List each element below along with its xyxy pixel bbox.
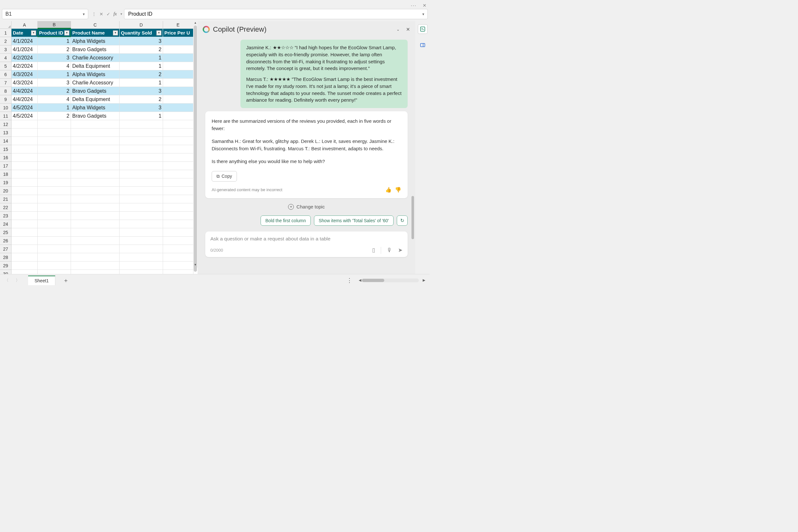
chevron-down-icon[interactable]: ⌄: [396, 27, 400, 32]
cell-product-name[interactable]: Alpha Widgets: [71, 37, 119, 45]
table-row[interactable]: [12, 129, 197, 137]
cell-qty[interactable]: 1: [119, 112, 163, 120]
cell-price[interactable]: [163, 87, 193, 95]
chevron-down-icon[interactable]: ▼: [82, 13, 86, 16]
cell[interactable]: [71, 245, 119, 253]
cell-qty[interactable]: 2: [119, 70, 163, 79]
cell-date[interactable]: 4/2/2024: [12, 62, 38, 70]
table-row[interactable]: 4/4/20244Delta Equipment2: [12, 95, 197, 103]
cell[interactable]: [163, 162, 193, 170]
cell[interactable]: [12, 228, 38, 236]
row-header[interactable]: 2: [0, 37, 12, 45]
cell[interactable]: [71, 220, 119, 228]
cell[interactable]: [163, 203, 193, 212]
table-row[interactable]: 4/3/20243Charlie Accessory1: [12, 79, 197, 87]
grid[interactable]: Date▾ Product ID▾ Product Name▾ Quantity…: [12, 29, 197, 274]
filter-icon[interactable]: ▾: [31, 31, 36, 36]
cell-product-name[interactable]: Charlie Accessory: [71, 54, 119, 62]
header-date[interactable]: Date▾: [12, 29, 38, 37]
row-header[interactable]: 8: [0, 87, 12, 95]
refresh-suggestions-button[interactable]: ↻: [397, 215, 407, 226]
cell[interactable]: [12, 262, 38, 270]
col-header-a[interactable]: A: [12, 21, 38, 28]
row-header[interactable]: 20: [0, 187, 12, 195]
cell[interactable]: [38, 120, 71, 129]
cell[interactable]: [38, 178, 71, 187]
cell[interactable]: [71, 129, 119, 137]
book-icon[interactable]: ▯: [372, 247, 375, 253]
cell[interactable]: [38, 129, 71, 137]
cell[interactable]: [12, 245, 38, 253]
cell[interactable]: [12, 203, 38, 212]
table-row[interactable]: [12, 262, 197, 270]
table-row[interactable]: 4/2/20244Delta Equipment1: [12, 62, 197, 70]
header-price[interactable]: Price Per U: [163, 29, 193, 37]
cell-date[interactable]: 4/3/2024: [12, 79, 38, 87]
scroll-thumb[interactable]: [194, 25, 197, 272]
cell[interactable]: [119, 153, 163, 162]
scroll-right-icon[interactable]: ▶: [423, 278, 425, 282]
sheet-tab-sheet1[interactable]: Sheet1: [28, 276, 55, 285]
select-all-corner[interactable]: [0, 21, 12, 29]
table-row[interactable]: 4/4/20242Bravo Gadgets3: [12, 87, 197, 95]
thumbs-up-icon[interactable]: 👍: [385, 186, 392, 194]
cell-qty[interactable]: 2: [119, 95, 163, 103]
window-more-icon[interactable]: ⋯: [411, 2, 417, 9]
cell[interactable]: [38, 203, 71, 212]
filter-icon[interactable]: ▾: [113, 31, 118, 36]
cell-price[interactable]: [163, 79, 193, 87]
cell-price[interactable]: [163, 112, 193, 120]
cell-price[interactable]: [163, 62, 193, 70]
row-header[interactable]: 11: [0, 112, 12, 120]
cell-price[interactable]: [163, 95, 193, 103]
cell[interactable]: [119, 270, 163, 274]
cell[interactable]: [38, 236, 71, 245]
row-header[interactable]: 27: [0, 245, 12, 253]
col-header-b[interactable]: B: [38, 21, 71, 28]
row-header[interactable]: 12: [0, 120, 12, 129]
cell[interactable]: [119, 178, 163, 187]
cell[interactable]: [12, 236, 38, 245]
formula-cancel-icon[interactable]: ✕: [98, 12, 104, 17]
cell[interactable]: [12, 220, 38, 228]
cell-product-id[interactable]: 4: [38, 95, 71, 103]
cell-product-id[interactable]: 1: [38, 37, 71, 45]
cell[interactable]: [119, 129, 163, 137]
row-header[interactable]: 22: [0, 203, 12, 212]
row-header[interactable]: 1: [0, 29, 12, 37]
cell[interactable]: [38, 220, 71, 228]
cell[interactable]: [12, 153, 38, 162]
cell-date[interactable]: 4/1/2024: [12, 37, 38, 45]
cell-product-name[interactable]: Delta Equipment: [71, 95, 119, 103]
fx-icon[interactable]: fx: [113, 12, 118, 17]
cell[interactable]: [12, 129, 38, 137]
row-header[interactable]: 9: [0, 95, 12, 103]
cell-product-name[interactable]: Delta Equipment: [71, 62, 119, 70]
table-row[interactable]: [12, 270, 197, 274]
table-row[interactable]: 4/1/20241Alpha Widgets3: [12, 37, 197, 45]
microphone-icon[interactable]: 🎙: [387, 247, 392, 253]
table-row[interactable]: [12, 212, 197, 220]
cell[interactable]: [119, 212, 163, 220]
cell-product-id[interactable]: 2: [38, 87, 71, 95]
row-header[interactable]: 25: [0, 228, 12, 236]
cell[interactable]: [119, 236, 163, 245]
row-header[interactable]: 10: [0, 103, 12, 112]
more-menu-icon[interactable]: ⋮: [346, 277, 352, 284]
row-header[interactable]: 24: [0, 220, 12, 228]
row-header[interactable]: 17: [0, 162, 12, 170]
scroll-up-icon[interactable]: ▲: [193, 21, 197, 25]
table-row[interactable]: [12, 195, 197, 203]
col-header-d[interactable]: D: [119, 21, 163, 28]
suggestion-show-items-total-sales[interactable]: Show items with 'Total Sales' of '60': [314, 215, 394, 226]
cell[interactable]: [38, 253, 71, 262]
cell[interactable]: [163, 129, 193, 137]
cell[interactable]: [71, 178, 119, 187]
cell[interactable]: [163, 270, 193, 274]
close-icon[interactable]: ✕: [406, 26, 410, 32]
table-row[interactable]: [12, 228, 197, 236]
cell[interactable]: [163, 245, 193, 253]
cell[interactable]: [163, 137, 193, 145]
row-header[interactable]: 4: [0, 54, 12, 62]
chevron-down-icon[interactable]: ▼: [119, 13, 124, 16]
